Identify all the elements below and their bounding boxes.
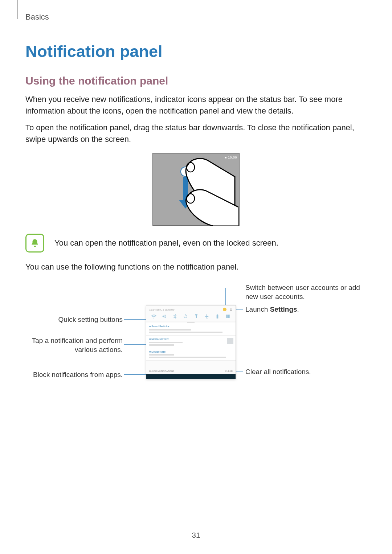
tip-note: You can open the notification panel, eve… — [25, 234, 367, 253]
flashlight-icon — [194, 314, 199, 319]
block-notifications-label: BLOCK NOTIFICATIONS — [149, 370, 174, 372]
annotated-diagram: Quick setting buttons Tap a notification… — [25, 283, 367, 399]
hand-icon — [184, 186, 238, 226]
paragraph: You can use the following functions on t… — [25, 261, 367, 273]
tip-text: You can open the notification panel, eve… — [54, 238, 278, 248]
page-title: Notification panel — [25, 42, 367, 61]
sound-icon — [162, 314, 167, 319]
gesture-illustration: ■ 10:00 — [152, 153, 240, 226]
notification-item: ■ Smart Switch ▾ — [146, 323, 236, 336]
page-margin-marker — [17, 0, 18, 19]
notification-item: ■ Device care — [146, 348, 236, 361]
page-content: Basics Notification panel Using the noti… — [25, 12, 367, 399]
section-heading: Using the notification panel — [25, 75, 367, 87]
paragraph: When you receive new notifications, indi… — [25, 94, 367, 117]
callout-launch-settings: Launch Settings. — [245, 305, 365, 314]
wifi-icon — [151, 314, 156, 319]
quick-settings-row — [146, 312, 236, 321]
bluetooth-icon — [172, 314, 177, 319]
battery-icon — [215, 314, 220, 319]
bell-icon — [25, 234, 44, 253]
notification-panel-screenshot: 10:14 Sun, 1 January ⚙ ■ Smart Switch ▾ — [146, 305, 236, 379]
paragraph: To open the notification panel, drag the… — [25, 122, 367, 145]
airplane-icon — [204, 314, 209, 319]
user-account-icon — [223, 308, 226, 311]
callout-quick-settings: Quick setting buttons — [28, 315, 123, 324]
notification-item: ■ Media saved ▾ — [146, 336, 236, 348]
callout-block-notifications: Block notifications from apps. — [28, 370, 123, 379]
clear-all-label: CLEAR — [225, 370, 233, 372]
nav-bar — [146, 374, 236, 379]
callout-clear-all: Clear all notifications. — [245, 368, 365, 377]
reading-icon — [225, 314, 230, 319]
page-number: 31 — [0, 531, 392, 539]
panel-date: 10:14 Sun, 1 January — [149, 308, 175, 311]
gear-icon: ⚙ — [229, 308, 233, 312]
callout-tap-notification: Tap a notification and perform various a… — [28, 336, 123, 354]
rotate-icon — [183, 314, 188, 319]
breadcrumb: Basics — [25, 12, 367, 22]
callout-switch-users: Switch between user accounts or add new … — [245, 283, 365, 301]
